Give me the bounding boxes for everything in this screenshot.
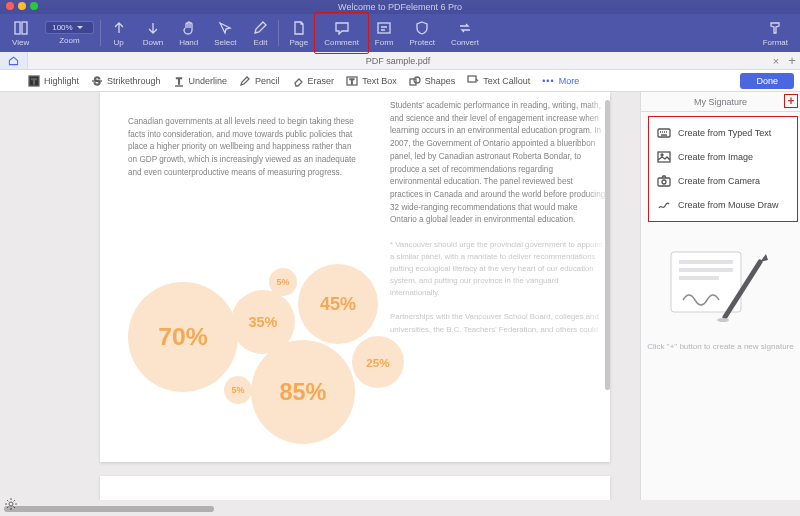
svg-rect-14	[658, 129, 670, 137]
zoom-select[interactable]: 100%	[45, 21, 93, 34]
more-label: More	[559, 76, 580, 86]
format-button[interactable]: Format	[755, 14, 796, 52]
tab-bar: PDF sample.pdf × +	[0, 52, 800, 70]
svg-text:T: T	[350, 78, 355, 85]
up-label: Up	[114, 38, 124, 47]
textcallout-tool[interactable]: Text Callout	[467, 75, 530, 87]
up-button[interactable]: Up	[103, 14, 135, 52]
pencil-tool[interactable]: Pencil	[239, 75, 280, 87]
svg-rect-20	[679, 260, 733, 264]
shapes-tool[interactable]: Shapes	[409, 75, 456, 87]
select-label: Select	[214, 38, 236, 47]
keyboard-icon	[657, 126, 671, 140]
doc-text-col1: Canadian governments at all levels need …	[128, 116, 356, 180]
create-from-camera[interactable]: Create from Camera	[649, 169, 797, 193]
window-controls	[6, 2, 38, 10]
pdf-page: Canadian governments at all levels need …	[100, 92, 610, 462]
strikethrough-tool[interactable]: S Strikethrough	[91, 75, 161, 87]
shapes-label: Shapes	[425, 76, 456, 86]
bubble-chart: 70%35%5%45%85%5%25%	[128, 222, 468, 442]
signature-panel-header: My Signature +	[641, 92, 800, 112]
menu-label: Create from Image	[678, 152, 753, 162]
down-label: Down	[143, 38, 163, 47]
textbox-tool[interactable]: T Text Box	[346, 75, 397, 87]
doc-para-a: Students' academic performance in readin…	[390, 100, 606, 227]
maximize-window-button[interactable]	[30, 2, 38, 10]
create-from-image[interactable]: Create from Image	[649, 145, 797, 169]
signature-panel-title: My Signature	[694, 97, 747, 107]
protect-label: Protect	[410, 38, 435, 47]
form-icon	[376, 20, 392, 36]
close-tab-button[interactable]: ×	[768, 55, 784, 67]
file-tab[interactable]: PDF sample.pdf	[28, 52, 768, 70]
strikethrough-icon: S	[91, 75, 103, 87]
app-title: Welcome to PDFelement 6 Pro	[338, 2, 462, 12]
select-button[interactable]: Select	[206, 14, 244, 52]
home-icon	[8, 55, 19, 66]
close-window-button[interactable]	[6, 2, 14, 10]
create-from-mouse-draw[interactable]: Create from Mouse Draw	[649, 193, 797, 217]
menu-label: Create from Typed Text	[678, 128, 771, 138]
more-button[interactable]: ••• More	[542, 76, 579, 86]
svg-point-18	[662, 180, 666, 184]
hand-button[interactable]: Hand	[171, 14, 206, 52]
svg-rect-2	[378, 23, 390, 33]
separator	[100, 20, 101, 46]
chart-bubble: 25%	[352, 336, 404, 388]
highlight-label: Highlight	[44, 76, 79, 86]
signature-panel: My Signature + Create from Typed Text Cr…	[640, 92, 800, 500]
signature-preview-placeholder	[665, 242, 777, 332]
new-tab-button[interactable]: +	[784, 53, 800, 68]
edit-button[interactable]: Edit	[244, 14, 276, 52]
signature-hint: Click "+" button to create a new signatu…	[641, 342, 800, 351]
convert-icon	[457, 20, 473, 36]
form-button[interactable]: Form	[367, 14, 402, 52]
chart-bubble: 85%	[251, 340, 355, 444]
create-from-typed-text[interactable]: Create from Typed Text	[649, 121, 797, 145]
document-viewport[interactable]: Canadian governments at all levels need …	[22, 92, 640, 500]
minimize-window-button[interactable]	[18, 2, 26, 10]
protect-button[interactable]: Protect	[402, 14, 443, 52]
page-scrollbar[interactable]	[605, 100, 610, 390]
pencil-icon	[239, 75, 251, 87]
svg-rect-22	[679, 276, 719, 280]
svg-rect-1	[22, 22, 27, 34]
svg-rect-21	[679, 268, 733, 272]
zoom-button[interactable]: 100% Zoom	[37, 14, 97, 52]
view-button[interactable]: View	[4, 14, 37, 52]
done-button[interactable]: Done	[740, 73, 794, 89]
down-button[interactable]: Down	[135, 14, 171, 52]
textbox-label: Text Box	[362, 76, 397, 86]
underline-tool[interactable]: T Underline	[173, 75, 228, 87]
comment-toolbar: T Highlight S Strikethrough T Underline …	[0, 70, 800, 92]
chart-bubble: 5%	[269, 268, 297, 296]
eraser-label: Eraser	[308, 76, 335, 86]
edit-icon	[252, 20, 268, 36]
underline-icon: T	[173, 75, 185, 87]
eraser-tool[interactable]: Eraser	[292, 75, 335, 87]
format-label: Format	[763, 38, 788, 47]
callout-icon	[467, 75, 479, 87]
add-signature-button[interactable]: +	[784, 94, 798, 108]
convert-button[interactable]: Convert	[443, 14, 487, 52]
highlight-tool[interactable]: T Highlight	[28, 75, 79, 87]
comment-button[interactable]: Comment	[316, 14, 367, 52]
svg-rect-13	[468, 76, 476, 82]
page-button[interactable]: Page	[281, 14, 316, 52]
svg-rect-0	[15, 22, 20, 34]
draw-icon	[657, 198, 671, 212]
svg-text:T: T	[176, 76, 182, 86]
pdf-page-next	[100, 476, 610, 500]
select-icon	[217, 20, 233, 36]
edit-label: Edit	[254, 38, 268, 47]
svg-point-16	[661, 154, 663, 156]
zoom-value: 100%	[52, 23, 72, 32]
page-icon	[291, 20, 307, 36]
signature-create-menu: Create from Typed Text Create from Image…	[648, 116, 798, 222]
textbox-icon: T	[346, 75, 358, 87]
zoom-label: Zoom	[59, 36, 79, 45]
hand-icon	[181, 20, 197, 36]
horizontal-scrollbar[interactable]	[4, 506, 214, 512]
home-tab[interactable]	[0, 52, 28, 69]
shapes-icon	[409, 75, 421, 87]
